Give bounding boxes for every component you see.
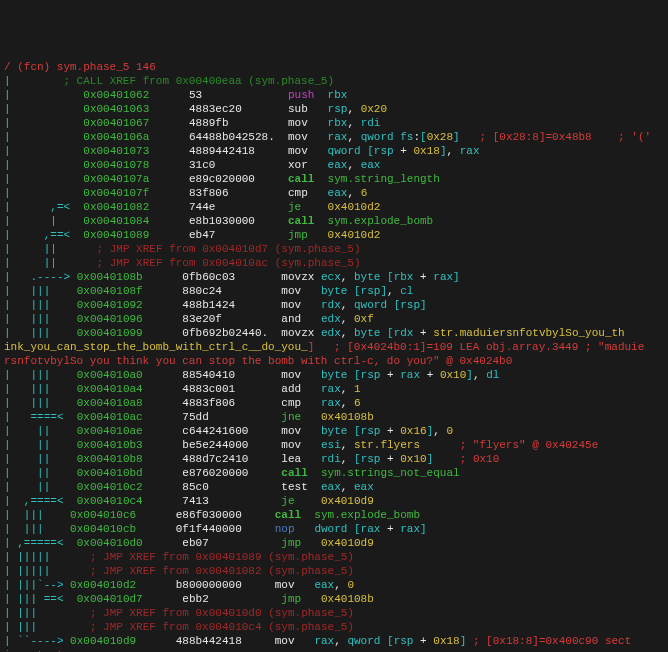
asm-line: | 0x00401062 53 push rbx (4, 88, 664, 102)
asm-line: | ||||| ; JMP XREF from 0x00401082 (sym.… (4, 564, 664, 578)
asm-line: | 0x00401078 31c0 xor eax, eax (4, 158, 664, 172)
asm-line: | ||| 0x004010a0 88540410 mov byte [rsp … (4, 368, 664, 382)
asm-line: | ||| 0x00401096 83e20f and edx, 0xf (4, 312, 664, 326)
function-header: / (fcn) sym.phase_5 146 (4, 60, 664, 74)
asm-line: | ||| 0x00401092 488b1424 mov rdx, qword… (4, 298, 664, 312)
asm-line: | ====< 0x004010ac 75dd jne 0x40108b (4, 410, 664, 424)
asm-line: ion..text (4, 648, 664, 652)
asm-line: | 0x00401063 4883ec20 sub rsp, 0x20 (4, 102, 664, 116)
asm-line: | 0x0040106a 64488b042528. mov rax, qwor… (4, 130, 664, 144)
disassembly-listing: / (fcn) sym.phase_5 146| ; CALL XREF fro… (4, 60, 664, 652)
asm-line: | || 0x004010c2 85c0 test eax, eax (4, 480, 664, 494)
asm-line: | ||| ; JMP XREF from 0x004010c4 (sym.ph… (4, 620, 664, 634)
asm-line: | || 0x004010b8 488d7c2410 lea rdi, [rsp… (4, 452, 664, 466)
asm-line: | || ; JMP XREF from 0x004010d7 (sym.pha… (4, 242, 664, 256)
asm-line: | || 0x004010bd e876020000 call sym.stri… (4, 466, 664, 480)
asm-line: | || ; JMP XREF from 0x004010ac (sym.pha… (4, 256, 664, 270)
asm-line: | ||| 0x004010a4 4883c001 add rax, 1 (4, 382, 664, 396)
asm-line: | |||`--> 0x004010d2 b800000000 mov eax,… (4, 578, 664, 592)
xref-header: | ; CALL XREF from 0x00400eaa (sym.phase… (4, 74, 664, 88)
asm-line: | ||||| ; JMP XREF from 0x00401089 (sym.… (4, 550, 664, 564)
asm-line: | ||| 0x0040108f 880c24 mov byte [rsp], … (4, 284, 664, 298)
asm-line: | ,====< 0x004010c4 7413 je 0x4010d9 (4, 494, 664, 508)
asm-line: | 0x00401067 4889fb mov rbx, rdi (4, 116, 664, 130)
asm-line: rsnfotvbylSo you think you can stop the … (4, 354, 664, 368)
asm-line: | 0x0040107f 83f806 cmp eax, 6 (4, 186, 664, 200)
asm-line: | ||| 0x004010cb 0f1f440000 nop dword [r… (4, 522, 664, 536)
asm-line: | ``----> 0x004010d9 488b442418 mov rax,… (4, 634, 664, 648)
asm-line: | || 0x004010b3 be5e244000 mov esi, str.… (4, 438, 664, 452)
asm-line: | ||| 0x004010c6 e86f030000 call sym.exp… (4, 508, 664, 522)
asm-line: | ||| ; JMP XREF from 0x004010d0 (sym.ph… (4, 606, 664, 620)
asm-line: ink_you_can_stop_the_bomb_with_ctrl_c__d… (4, 340, 664, 354)
asm-line: | ,==< 0x00401089 eb47 jmp 0x4010d2 (4, 228, 664, 242)
asm-line: | ||| 0x00401099 0fb692b02440. movzx edx… (4, 326, 664, 340)
asm-line: | ,=< 0x00401082 744e je 0x4010d2 (4, 200, 664, 214)
asm-line: | ||| ==< 0x004010d7 ebb2 jmp 0x40108b (4, 592, 664, 606)
asm-line: | ,=====< 0x004010d0 eb07 jmp 0x4010d9 (4, 536, 664, 550)
asm-line: | 0x0040107a e89c020000 call sym.string_… (4, 172, 664, 186)
asm-line: | 0x00401073 4889442418 mov qword [rsp +… (4, 144, 664, 158)
asm-line: | ||| 0x004010a8 4883f806 cmp rax, 6 (4, 396, 664, 410)
asm-line: | .----> 0x0040108b 0fb60c03 movzx ecx, … (4, 270, 664, 284)
asm-line: | | 0x00401084 e8b1030000 call sym.explo… (4, 214, 664, 228)
asm-line: | || 0x004010ae c644241600 mov byte [rsp… (4, 424, 664, 438)
